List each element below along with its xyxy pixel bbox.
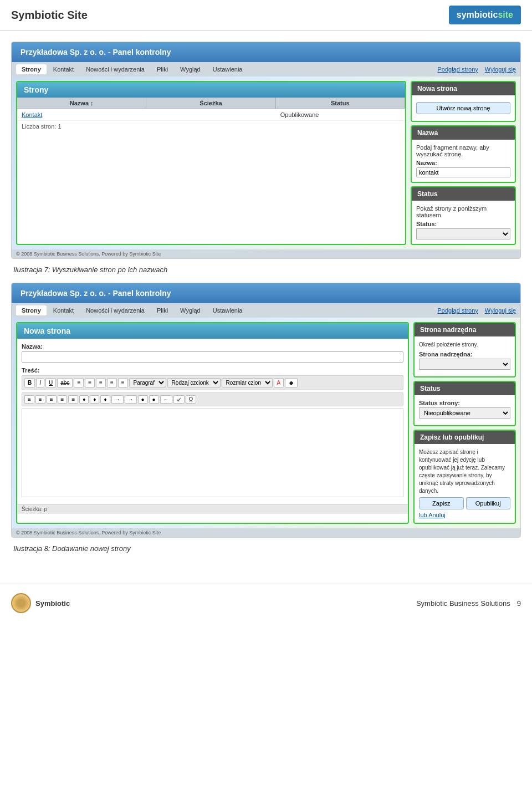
sidebar-header-status: Status [412,187,515,201]
toolbar-tl2-1[interactable]: ≡ [24,395,34,404]
cancel-link[interactable]: lub Anuluj [419,512,510,518]
screenshot-frame-2: Przykładowa Sp. z o. o. - Panel kontroln… [11,283,521,538]
toolbar-font-size[interactable]: Rozmiar czion [222,378,273,387]
sidebar-header-nazwa: Nazwa [412,126,515,140]
sidebar-body-zapisz: Możesz zapisać stronę i kontynuować jej … [415,444,515,523]
left-panel-1: Strony Nazwa ↕ Ścieżka Status Kontakt Op… [16,81,406,245]
toolbar-tl2-10[interactable]: → [125,395,137,404]
screenshot-frame-1: Przykładowa Sp. z o. o. - Panel kontroln… [11,42,521,259]
editor-name-label: Nazwa: [22,343,403,350]
toolbar-italic[interactable]: I [36,378,44,387]
toolbar-tl2-11[interactable]: ● [138,395,148,404]
toolbar-tl2-8[interactable]: ♦ [100,395,110,404]
row-count: Liczba stron: 1 [17,121,405,132]
sidebar-header-status2: Status [415,382,515,395]
logo-site: site [498,10,513,19]
sidebar-section-status: Status Pokaż strony z poniższym statusem… [411,186,516,245]
nav-right-2: Podgląd strony Wyloguj się [437,307,516,314]
td-kontakt[interactable]: Kontakt [17,109,146,120]
toolbar-tl2-6[interactable]: ♦ [79,395,89,404]
toolbar-align-justify[interactable]: ≡ [107,378,117,387]
toolbar-align-right[interactable]: ≡ [96,378,106,387]
sidebar-header-nowa: Nowa strona [412,82,515,95]
editor-content-label: Treść: [22,367,403,374]
nav-item-nowosci-2[interactable]: Nowości i wydarzenia [80,305,150,315]
footer-logo-text: Symbiotic [35,599,70,608]
caption-1: Ilustracja 7: Wyszukiwanie stron po ich … [11,266,521,274]
page-header: Symbiotic Site symbioticsite [0,0,532,30]
btn-save[interactable]: Zapisz [419,497,464,509]
toolbar-tl2-9[interactable]: → [111,395,124,404]
nav-item-pliki-2[interactable]: Pliki [151,305,173,315]
toolbar-font-family[interactable]: Rodzaj czcionk [167,378,221,387]
toolbar-tl2-5[interactable]: ≡ [68,395,78,404]
nazwa-desc: Podaj fragment nazwy, aby wyszukać stron… [416,144,510,157]
editor-footer-bar: Ścieżka: p [17,504,408,514]
toolbar-align-left[interactable]: ≡ [74,378,84,387]
nadrz-select[interactable] [419,359,510,370]
logo-box: symbioticsite [449,6,521,24]
nav-item-ustawienia-1[interactable]: Ustawienia [207,64,248,74]
sidebar-section-nazwa: Nazwa Podaj fragment nazwy, aby wyszukać… [411,125,516,183]
panel-footer-1: © 2008 Symbiotic Business Solutions. Pow… [12,249,520,258]
panel-title-2: Przykładowa Sp. z o. o. - Panel kontroln… [21,289,171,298]
nav-item-kontakt-2[interactable]: Kontakt [48,305,79,315]
toolbar-smiley[interactable]: ☻ [285,378,298,387]
td-sciezka [146,109,275,120]
page-footer: Symbiotic Symbiotic Business Solutions 9 [0,584,532,622]
right-panel-1: Nowa strona Utwórz nową stronę Nazwa Pod… [411,81,516,245]
btn-publish[interactable]: Opublikuj [466,497,511,509]
nav-item-wyglad-2[interactable]: Wygląd [175,305,206,315]
toolbar-tl2-12[interactable]: ● [149,395,159,404]
toolbar-tl2-omega[interactable]: Ω [186,395,196,404]
main-content: Przykładowa Sp. z o. o. - Panel kontroln… [0,30,532,573]
nav-item-kontakt-1[interactable]: Kontakt [48,64,79,74]
sidebar-body-nazwa: Podaj fragment nazwy, aby wyszukać stron… [412,140,515,182]
editor-textarea[interactable] [22,409,403,497]
toolbar-tl2-4[interactable]: ≡ [58,395,68,404]
toolbar-color[interactable]: A [274,378,284,387]
toolbar-tl2-2[interactable]: ≡ [35,395,45,404]
col-status: Status [276,98,405,109]
toolbar-tl2-14[interactable]: ↙ [173,395,185,404]
toolbar-list[interactable]: ≡ [118,378,128,387]
sidebar-body-status2: Status strony: Nieopublikowane Opublikow… [415,395,515,425]
status2-label: Status strony: [419,400,510,406]
toolbar-tl2-13[interactable]: ← [160,395,172,404]
nav-item-strony-1[interactable]: Strony [16,64,47,74]
nadrz-desc: Określ położenie strony. [419,341,510,349]
zapisz-desc: Możesz zapisać stronę i kontynuować jej … [419,448,510,495]
editor-toolbar-1: B I U abc ≡ ≡ ≡ ≡ ≡ Paragraf Rodzaj c [22,375,403,390]
toolbar-strike[interactable]: abc [57,378,73,387]
sidebar-header-nadrz: Strona nadrzędna [415,323,515,336]
nav-wyloguj-1[interactable]: Wyloguj się [485,66,516,73]
nav-podglad-1[interactable]: Podgląd strony [437,66,478,73]
editor-name-input[interactable] [22,351,403,363]
nav-item-wyglad-1[interactable]: Wygląd [175,64,206,74]
left-panel-header-1: Strony [17,82,405,98]
btn-row: Zapisz Opublikuj [419,497,510,509]
col-sciezka: Ścieżka [146,98,275,109]
toolbar-tl2-3[interactable]: ≡ [47,395,57,404]
nav-wyloguj-2[interactable]: Wyloguj się [485,307,516,314]
sidebar-section-zapisz: Zapisz lub opublikuj Możesz zapisać stro… [413,430,516,524]
editor-panel: Nowa strona Nazwa: Treść: B I U abc ≡ ≡ … [16,322,409,524]
toolbar-underline[interactable]: U [45,378,56,387]
sidebar-body-nowa: Utwórz nową stronę [412,95,515,121]
table-row-1: Kontakt Opublikowane [17,109,405,121]
td-status: Opublikowane [276,109,405,120]
nav-podglad-2[interactable]: Podgląd strony [437,307,478,314]
nav-item-strony-2[interactable]: Strony [16,305,47,315]
toolbar-align-center[interactable]: ≡ [85,378,95,387]
toolbar-tl2-7[interactable]: ♦ [90,395,99,404]
toolbar-bold[interactable]: B [24,378,35,387]
nav-item-pliki-1[interactable]: Pliki [151,64,173,74]
nav-item-ustawienia-2[interactable]: Ustawienia [207,305,248,315]
nav-item-nowosci-1[interactable]: Nowości i wydarzenia [80,64,150,74]
status2-select[interactable]: Nieopublikowane Opublikowane [419,407,510,419]
nazwa-input[interactable] [416,167,510,177]
status-select[interactable]: Opublikowane Nieopublikowane [416,228,510,239]
toolbar-paragraf[interactable]: Paragraf [129,378,166,387]
btn-create-page[interactable]: Utwórz nową stronę [416,102,510,114]
panel-title-1: Przykładowa Sp. z o. o. - Panel kontroln… [21,48,171,57]
